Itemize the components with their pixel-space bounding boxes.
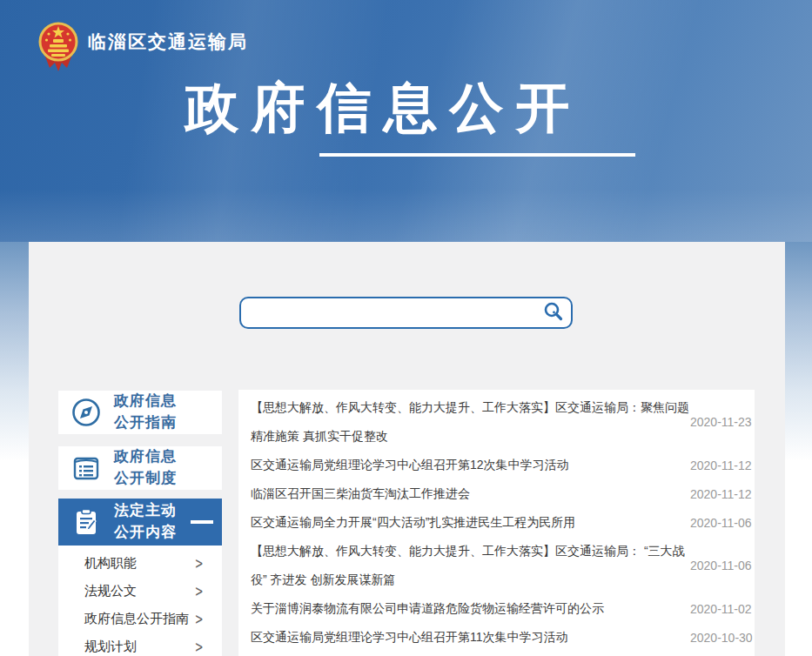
sidebar-nav: 政府信息 公开指南 政府信息 公开制度 (58, 391, 222, 656)
news-link[interactable]: 区交通运输局党组理论学习中心组召开第11次集中学习活动 (251, 623, 690, 652)
chevron-right-icon: > (196, 609, 203, 628)
site-logo-row: 临淄区交通运输局 (37, 19, 248, 77)
news-date: 2020-10-30 (690, 631, 753, 645)
page-title: 政府信息公开 (0, 71, 789, 144)
collapse-minus-icon[interactable] (191, 520, 213, 524)
chevron-right-icon: > (196, 637, 203, 656)
news-date: 2020-11-06 (690, 516, 752, 530)
compass-icon (69, 397, 104, 428)
title-underline (319, 153, 635, 157)
news-list-item: 关于淄博润泰物流有限公司申请道路危险货物运输经营许可的公示 2020-11-02 (251, 594, 748, 623)
news-link[interactable]: 区交通运输局全力开展“四大活动”扎实推进民生工程为民所用 (251, 508, 690, 537)
clipboard-pencil-icon (69, 506, 104, 538)
sidebar-item-gov-info-guide[interactable]: 政府信息 公开指南 (58, 391, 222, 434)
submenu-item-label: 机构职能 (84, 555, 137, 572)
chevron-right-icon: > (196, 553, 203, 572)
ledger-icon (69, 452, 104, 484)
sidebar-item-statutory-disclosure[interactable]: 法定主动 公开内容 (58, 499, 222, 546)
national-emblem-icon (37, 19, 79, 77)
news-date: 2020-11-23 (690, 415, 752, 429)
news-date: 2020-11-12 (690, 487, 752, 501)
news-list-item: 临淄区召开国三柴油货车淘汰工作推进会 2020-11-12 (251, 479, 748, 508)
news-link[interactable]: 区交通运输局党组理论学习中心组召开第12次集中学习活动 (251, 451, 690, 479)
sidebar-submenu-item[interactable]: 法规公文 > (58, 577, 222, 605)
page-header: 临淄区交通运输局 政府信息公开 (0, 0, 812, 242)
news-list-item: 区交通运输局全力开展“四大活动”扎实推进民生工程为民所用 2020-11-06 (251, 508, 748, 537)
sidebar-submenu-item[interactable]: 机构职能 > (58, 549, 222, 577)
submenu-item-label: 法规公文 (84, 583, 137, 599)
chevron-right-icon: > (196, 581, 203, 600)
news-date: 2020-11-12 (690, 459, 752, 472)
news-date: 2020-11-06 (690, 559, 752, 572)
news-date: 2020-11-02 (690, 602, 752, 616)
sidebar-submenu-item[interactable]: 规划计划 > (58, 633, 222, 656)
search-bar (239, 297, 573, 329)
news-link[interactable]: 关于淄博润泰物流有限公司申请道路危险货物运输经营许可的公示 (251, 594, 690, 623)
sidebar-item-gov-info-system[interactable]: 政府信息 公开制度 (58, 446, 222, 490)
search-input[interactable] (241, 298, 543, 327)
search-icon (543, 301, 564, 325)
news-list-item: 区交通运输局党组理论学习中心组召开第12次集中学习活动 2020-11-12 (251, 451, 748, 479)
news-list: 【思想大解放、作风大转变、能力大提升、工作大落实】区交通运输局：聚焦问题 精准施… (238, 390, 755, 656)
content-card: 政府信息 公开指南 政府信息 公开制度 (29, 242, 785, 656)
sidebar-item-label: 政府信息 公开制度 (114, 446, 177, 489)
news-list-item: 【思想大解放、作风大转变、能力大提升、工作大落实】区交通运输局：聚焦问题 精准施… (251, 393, 748, 451)
submenu-item-label: 政府信息公开指南 (84, 611, 189, 627)
sidebar-submenu-item[interactable]: 政府信息公开指南 > (58, 605, 222, 633)
news-link[interactable]: 【思想大解放、作风大转变、能力大提升、工作大落实】区交通运输局：聚焦问题 精准施… (251, 393, 690, 451)
submenu-item-label: 规划计划 (84, 639, 137, 655)
search-button[interactable] (543, 301, 571, 325)
news-link[interactable]: 临淄区召开国三柴油货车淘汰工作推进会 (251, 479, 690, 508)
news-list-item: 【思想大解放、作风大转变、能力大提升、工作大落实】区交通运输局： “三大战役” … (251, 537, 748, 594)
site-name: 临淄区交通运输局 (88, 30, 248, 54)
sidebar-submenu: 机构职能 > 法规公文 > 政府信息公开指南 > 规划计划 > (58, 546, 222, 656)
news-link[interactable]: 【思想大解放、作风大转变、能力大提升、工作大落实】区交通运输局： “三大战役” … (251, 537, 690, 594)
news-list-item: 区交通运输局党组理论学习中心组召开第11次集中学习活动 2020-10-30 (251, 623, 748, 652)
sidebar-item-label: 政府信息 公开指南 (114, 391, 177, 433)
sidebar-item-label: 法定主动 公开内容 (114, 500, 177, 543)
